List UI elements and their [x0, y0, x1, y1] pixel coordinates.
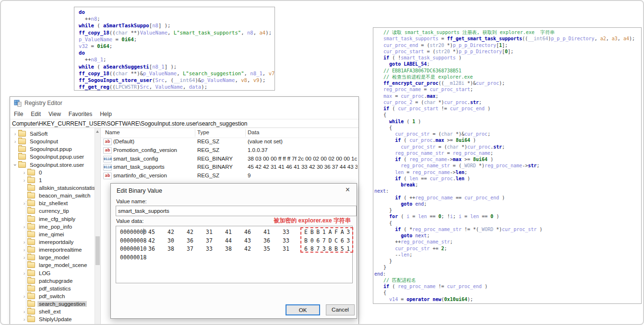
value-row-smartinfo_dic_version[interactable]: absmartinfo_dic_versionREG_SZ9 — [101, 172, 358, 180]
tree-item-SogouInput.ppup[interactable]: SogouInput.ppup — [10, 145, 95, 153]
ok-button[interactable]: OK — [286, 304, 320, 315]
hex-ascii-char: 1 — [321, 229, 327, 235]
folder-icon — [27, 286, 35, 291]
tree-item-0[interactable]: ›0 — [10, 169, 95, 176]
tree-scrollbar[interactable] — [95, 128, 100, 325]
tree-item-SogouInput[interactable]: ›SogouInput — [10, 138, 95, 145]
value-data: 9 — [248, 173, 358, 178]
column-separator — [245, 129, 246, 137]
column-header-type[interactable]: Type — [197, 129, 209, 135]
tree-item-ime_cfg_shiply[interactable]: ime_cfg_shiply — [10, 215, 95, 223]
tree-item-label: LOG — [37, 270, 52, 276]
tree-item-label: SogouInput — [28, 139, 60, 144]
cancel-button[interactable]: Cancel — [326, 304, 355, 315]
tree-item-pdf_switch[interactable]: ›pdf_switch — [10, 292, 95, 300]
chevron-collapsed-icon[interactable]: › — [21, 316, 27, 322]
tree-item-label: ime_cfg_shiply — [37, 216, 77, 222]
tree-item-large_model_scene[interactable]: large_model_scene — [10, 261, 95, 269]
hex-ascii-char: 8 — [309, 245, 315, 252]
value-type: REG_SZ — [197, 139, 219, 144]
hex-ascii-char: B — [309, 229, 315, 235]
tree-item-SogouInput.store.user[interactable]: ›SogouInput.store.user — [10, 161, 95, 169]
hex-byte: 41 — [225, 229, 239, 235]
menu-item-favorites[interactable]: Favorites — [65, 109, 96, 119]
value-data: 1.0.0.37 — [248, 147, 358, 153]
hex-byte: 33 — [206, 245, 220, 252]
hex-byte: 46 — [244, 229, 259, 235]
folder-icon — [27, 177, 35, 183]
chevron-collapsed-icon[interactable]: › — [21, 309, 27, 314]
tree-item-imereportdaily[interactable]: ›imereportdaily — [10, 238, 95, 246]
chevron-collapsed-icon[interactable]: › — [21, 224, 27, 230]
chevron-collapsed-icon[interactable]: › — [21, 239, 27, 245]
value-row-smart_task_supports[interactable]: 0110smart_task_supportsREG_BINARY45 42 4… — [101, 163, 358, 172]
tree-item-allskin_statusiconstatistics[interactable]: allskin_statusiconstatistics — [10, 184, 95, 192]
tree-item-ShiplyUpdate[interactable]: ›ShiplyUpdate — [10, 315, 95, 323]
scrollbar-thumb[interactable] — [95, 236, 100, 265]
chevron-collapsed-icon[interactable]: › — [21, 247, 27, 253]
hex-ascii-char: 3 — [345, 237, 351, 244]
folder-icon — [27, 224, 35, 230]
chevron-collapsed-icon[interactable]: › — [21, 293, 27, 299]
hex-byte: 31 — [206, 229, 220, 235]
folder-icon — [27, 293, 35, 299]
hex-byte: 30 — [167, 237, 182, 244]
folder-icon — [27, 270, 35, 276]
chevron-collapsed-icon[interactable]: › — [12, 139, 18, 144]
tree-item-large_model[interactable]: ›large_model — [10, 254, 95, 261]
chevron-collapsed-icon[interactable]: › — [21, 200, 27, 206]
tree-item-SalSoft[interactable]: ›SalSoft — [10, 130, 95, 138]
chevron-collapsed-icon[interactable]: › — [21, 255, 27, 260]
chevron-collapsed-icon[interactable]: › — [21, 170, 27, 175]
folder-icon — [18, 139, 26, 144]
hex-byte: 36 — [263, 237, 278, 244]
tree-item-shell_ext[interactable]: ›shell_ext — [10, 308, 95, 315]
hex-byte: 38 — [225, 245, 239, 252]
value-data: 45 42 42 31 41 46 41 33 42 30 36 37 44 4… — [248, 164, 358, 170]
value-name-input[interactable] — [116, 206, 357, 216]
chevron-collapsed-icon[interactable]: › — [21, 270, 27, 276]
tree-item-patchupgrade[interactable]: patchupgrade — [10, 277, 95, 285]
tree-item-search_suggestion[interactable]: search_suggestion — [10, 300, 95, 308]
value-name: smartinfo_dic_version — [113, 173, 167, 178]
tree-item-beacon_main_switch[interactable]: beacon_main_switch — [10, 192, 95, 199]
hex-ascii-char: B — [333, 245, 339, 252]
tree-item-ime_qimei[interactable]: ime_qimei — [10, 231, 95, 238]
menu-item-help[interactable]: Help — [96, 109, 116, 119]
menu-item-file[interactable]: File — [10, 109, 27, 119]
hex-ascii-char: 0 — [309, 237, 315, 244]
reg-binary-icon: 0110 — [103, 156, 112, 162]
chevron-collapsed-icon[interactable]: › — [12, 131, 18, 137]
decompiler-snippet-panel: do ++n8;while ( aSmartTaskSuppo[n8] );ff… — [74, 7, 275, 91]
hex-ascii-char: 1 — [345, 245, 351, 252]
column-separator — [195, 129, 195, 137]
chevron-collapsed-icon[interactable]: › — [21, 177, 27, 183]
tree-item-ime_pop_info[interactable]: ›ime_pop_info — [10, 223, 95, 231]
folder-icon — [27, 193, 35, 198]
column-header-data[interactable]: Data — [248, 129, 259, 135]
tree-item-label: currency_tip — [37, 208, 71, 214]
value-row-smart_task_config[interactable]: 0110smart_task_configREG_BINARY38 03 00 … — [101, 155, 358, 163]
tree-item-pdf_statistics[interactable]: pdf_statistics — [10, 285, 95, 292]
tree-item-SogouInput.ppup.user[interactable]: SogouInput.ppup.user — [10, 153, 95, 161]
chevron-expanded-icon[interactable]: › — [12, 162, 18, 168]
tree-item-imereportrealtime[interactable]: ›imereportrealtime — [10, 246, 95, 254]
hex-editor[interactable]: 000000004542423141464133EBB1AFA300000008… — [116, 226, 353, 283]
tree-item-biz_shellext[interactable]: ›biz_shellext — [10, 199, 95, 207]
scrollbar-up-arrow-icon[interactable] — [96, 130, 99, 133]
close-icon[interactable]: × — [344, 186, 352, 194]
value-name: smart_task_config — [113, 156, 158, 162]
menu-item-edit[interactable]: Edit — [27, 109, 45, 119]
value-row-Default[interactable]: ab(Default)REG_SZ(value not set) — [101, 138, 358, 146]
tree-item-currency_tip[interactable]: currency_tip — [10, 207, 95, 215]
tree-item-LOG[interactable]: ›LOG — [10, 269, 95, 277]
tree-item-1[interactable]: ›1 — [10, 176, 95, 184]
hex-byte: 42 — [187, 229, 201, 235]
column-header-name[interactable]: Name — [105, 129, 120, 135]
registry-address-bar[interactable]: Computer\HKEY_CURRENT_USER\SOFTWARE\Sogo… — [10, 119, 358, 128]
value-row-Promotion_config_version[interactable]: abPromotion_config_versionREG_SZ1.0.0.37 — [101, 146, 358, 155]
folder-icon — [27, 247, 35, 253]
tree-item-label: search_suggestion — [37, 301, 87, 307]
menu-item-view[interactable]: View — [45, 109, 65, 119]
tree-item-label: 0 — [37, 170, 43, 175]
